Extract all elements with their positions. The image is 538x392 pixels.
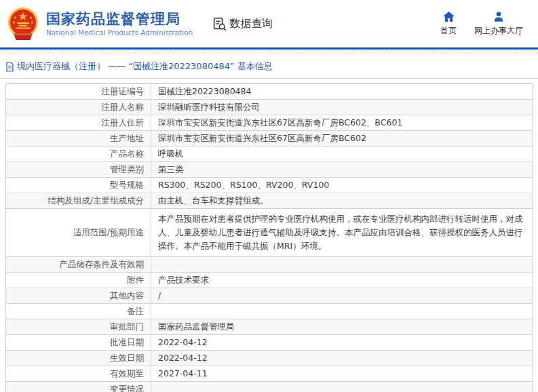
table-row: 适用范围/预期用途 本产品预期在对患者提供护理的专业医疗机构使用，或在专业医疗机…: [6, 209, 533, 257]
table-row: 注册证编号 国械注准20223080484: [6, 84, 533, 100]
row-value: /: [151, 288, 533, 304]
stripe-band: [0, 50, 538, 54]
document-search-icon: [212, 16, 227, 31]
table-row: 注册人名称 深圳融昕医疗科技有限公司: [6, 100, 533, 115]
nav-home[interactable]: 首页: [440, 12, 457, 37]
row-value: [151, 257, 533, 273]
row-label: 有效期至: [6, 366, 151, 382]
row-value: 深圳市宝安区新安街道兴东社区67区高新奇厂房BC602、BC601: [151, 115, 533, 131]
row-label: 产品名称: [6, 146, 151, 162]
row-label: 结构及组成/主要组成成分: [6, 193, 151, 209]
document-icon: [5, 62, 14, 72]
row-label: 注册人住所: [6, 115, 151, 131]
nav-home-label: 首页: [440, 25, 457, 37]
row-label: 适用范围/预期用途: [6, 209, 151, 257]
home-icon: [443, 12, 455, 22]
national-emblem-logo: [5, 6, 41, 41]
table-row: 产品储存条件及有效期: [6, 257, 533, 273]
brand[interactable]: 国家药品监督管理局 National Medical Products Admi…: [5, 6, 193, 41]
row-value: 深圳市宝安区新安街道兴东社区67区高新奇厂房BC602: [151, 131, 533, 146]
table-row: 管理类别 第三类: [6, 162, 533, 178]
org-name: 国家药品监督管理局: [46, 10, 193, 28]
row-value: 由主机、台车和支撑臂组成。: [151, 193, 533, 209]
nav-service-hall[interactable]: 网上办事大厅: [474, 12, 523, 37]
table-row: 变更情况: [6, 382, 533, 392]
row-label: 批准日期: [6, 335, 151, 351]
row-label: 其他内容: [6, 288, 151, 304]
row-label: 备注: [6, 304, 151, 319]
row-value: 产品技术要求: [151, 273, 533, 288]
table-row: 附件 产品技术要求: [6, 273, 533, 288]
table-row: 结构及组成/主要组成成分 由主机、台车和支撑臂组成。: [6, 193, 533, 209]
row-value: [151, 382, 533, 392]
table-row: 其他内容 /: [6, 288, 533, 304]
row-label: 附件: [6, 273, 151, 288]
table-row: 注册人住所 深圳市宝安区新安街道兴东社区67区高新奇厂房BC602、BC601: [6, 115, 533, 131]
row-value: RS300、RS200、RS100、RV200、RV100: [151, 178, 533, 193]
row-value: 2022-04-12: [151, 335, 533, 351]
row-value: 呼吸机: [151, 146, 533, 162]
row-label: 生产地址: [6, 131, 151, 146]
row-value: 深圳融昕医疗科技有限公司: [151, 100, 533, 115]
org-name-en: National Medical Products Administration: [46, 28, 193, 37]
site-header: 国家药品监督管理局 National Medical Products Admi…: [0, 0, 538, 47]
nav-data-query[interactable]: 数据查询: [212, 16, 273, 31]
row-value: 第三类: [151, 162, 533, 178]
table-row: 有效期至 2027-04-11: [6, 366, 533, 382]
registration-info-table: 注册证编号 国械注准20223080484 注册人名称 深圳融昕医疗科技有限公司…: [5, 83, 533, 392]
row-value: 本产品预期在对患者提供护理的专业医疗机构使用，或在专业医疗机构内部进行转运时使用…: [151, 209, 533, 257]
table-row: 审批部门 国家药品监督管理局: [6, 319, 533, 335]
row-label: 型号规格: [6, 178, 151, 193]
row-value: 国家药品监督管理局: [151, 319, 533, 335]
data-query-label: 数据查询: [229, 17, 273, 31]
row-value: 国械注准20223080484: [151, 84, 533, 100]
row-label: 注册人名称: [6, 100, 151, 115]
top-nav: 首页 网上办事大厅: [440, 12, 523, 37]
table-row: 型号规格 RS300、RS200、RS100、RV200、RV100: [6, 178, 533, 193]
breadcrumb: 境内医疗器械（注册） —— “国械注准20223080484” 基本信息: [0, 54, 538, 79]
row-label: 变更情况: [6, 382, 151, 392]
row-value: 2027-04-11: [151, 366, 533, 382]
row-label: 审批部门: [6, 319, 151, 335]
brand-text: 国家药品监督管理局 National Medical Products Admi…: [46, 10, 193, 37]
table-row: 备注: [6, 304, 533, 319]
table-row: 产品名称 呼吸机: [6, 146, 533, 162]
row-label: 产品储存条件及有效期: [6, 257, 151, 273]
nav-service-hall-label: 网上办事大厅: [474, 25, 523, 37]
user-icon: [493, 12, 504, 22]
row-label: 管理类别: [6, 162, 151, 178]
row-label: 生效日期: [6, 351, 151, 366]
table-row: 生产地址 深圳市宝安区新安街道兴东社区67区高新奇厂房BC602: [6, 131, 533, 146]
row-value: 2022-04-12: [151, 351, 533, 366]
row-label: 注册证编号: [6, 84, 151, 100]
breadcrumb-text: 境内医疗器械（注册） —— “国械注准20223080484” 基本信息: [17, 60, 273, 73]
row-value: [151, 304, 533, 319]
table-row: 批准日期 2022-04-12: [6, 335, 533, 351]
table-row: 生效日期 2022-04-12: [6, 351, 533, 366]
